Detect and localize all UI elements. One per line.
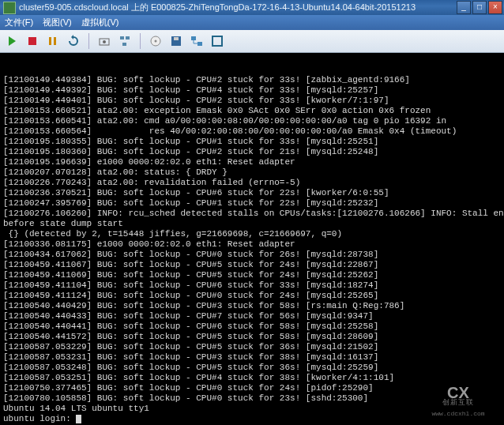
console-line: [12100207.070128] ata2.00: status: { DRD… (3, 167, 501, 178)
titlebar: cluster59-005.cdscloud.local 上的 E000825-… (0, 0, 504, 15)
console-line: [12100587.053229] BUG: soft lockup - CPU… (3, 342, 501, 352)
svg-marker-4 (71, 35, 73, 39)
cursor (76, 415, 81, 423)
console-line: [12100236.370521] BUG: soft lockup - CPU… (3, 188, 501, 198)
console-line: [12100750.377465] BUG: soft lockup - CPU… (3, 383, 501, 393)
console-line: [12100153.660521] ata2.00: exception Ema… (3, 106, 501, 116)
pause-icon (47, 35, 59, 47)
svg-rect-2 (49, 37, 51, 45)
svg-rect-3 (54, 37, 56, 45)
reset-icon (67, 35, 80, 47)
console-line: [12100247.395769] BUG: soft lockup - CPU… (3, 198, 501, 209)
toolbar-separator (140, 33, 141, 49)
menu-view[interactable]: 视图(V) (43, 17, 72, 28)
disc-icon (149, 35, 162, 47)
console-line: [12100195.180360] BUG: soft lockup - CPU… (3, 147, 501, 157)
console-line: [12100540.440429] BUG: soft lockup - CPU… (3, 301, 501, 311)
console-line: {} (detected by 2, t=15448 jiffies, g=21… (3, 229, 501, 239)
toolbar (0, 30, 504, 53)
suspend-button[interactable] (46, 34, 60, 48)
console-line: [12100540.440441] BUG: soft lockup - CPU… (3, 322, 501, 332)
console-line: [12100149.449392] BUG: soft lockup - CPU… (3, 85, 501, 96)
console-line: [12100459.411104] BUG: soft lockup - CPU… (3, 280, 501, 291)
stop-icon (26, 35, 39, 47)
reset-button[interactable] (66, 34, 81, 48)
snapshot-icon (98, 35, 111, 47)
svg-rect-14 (191, 36, 196, 40)
toolbar-separator (88, 33, 89, 49)
vm-console-window: cluster59-005.cdscloud.local 上的 E000825-… (0, 0, 504, 425)
maximize-button[interactable]: □ (472, 1, 487, 14)
cdrom-button[interactable] (149, 34, 163, 48)
window-title: cluster59-005.cdscloud.local 上的 E000825-… (19, 2, 457, 13)
floppy-button[interactable] (169, 34, 183, 48)
power-on-button[interactable] (5, 34, 19, 48)
snapshot-tree-icon (118, 35, 131, 47)
console-line: before state dump start (3, 219, 501, 229)
console-line: [12100780.105858] BUG: soft lockup - CPU… (3, 393, 501, 404)
console-line: [12100540.441572] BUG: soft lockup - CPU… (3, 332, 501, 342)
svg-point-11 (155, 40, 157, 43)
menu-file[interactable]: 文件(F) (5, 17, 33, 28)
console-line: [12100587.053248] BUG: soft lockup - CPU… (3, 363, 501, 373)
console-line: [12100540.440433] BUG: soft lockup - CPU… (3, 311, 501, 322)
menu-bar: 文件(F) 视图(V) 虚拟机(V) (0, 15, 504, 30)
console-line: [12100195.180355] BUG: soft lockup - CPU… (3, 137, 501, 147)
console-line: [12100195.196639] e1000 0000:02:02.0 eth… (3, 157, 501, 167)
svg-rect-15 (197, 42, 202, 46)
menu-vm[interactable]: 虚拟机(V) (81, 17, 119, 28)
power-off-button[interactable] (25, 34, 39, 48)
console-line: [12100276.106260] INFO: rcu_sched detect… (3, 209, 501, 219)
console-line: [12100459.411067] BUG: soft lockup - CPU… (3, 260, 501, 270)
console-line: [12100434.617062] BUG: soft lockup - CPU… (3, 250, 501, 260)
console-line: [12100587.053231] BUG: soft lockup - CPU… (3, 352, 501, 363)
window-buttons: _ □ × (457, 1, 502, 14)
svg-rect-13 (174, 37, 179, 40)
console-line: ubuntu login: (3, 414, 501, 424)
minimize-button[interactable]: _ (457, 1, 471, 14)
fullscreen-icon (211, 35, 224, 47)
app-icon (3, 2, 16, 14)
svg-rect-16 (213, 36, 222, 46)
network-button[interactable] (190, 34, 204, 48)
console-line: [12100149.449401] BUG: soft lockup - CPU… (3, 96, 501, 106)
console-line: [12100459.411124] BUG: soft lockup - CPU… (3, 291, 501, 301)
network-icon (190, 35, 203, 47)
svg-rect-7 (120, 36, 124, 39)
svg-marker-0 (9, 36, 16, 46)
console-line: [12100153.660564] res 40/00:02:00:08:00/… (3, 126, 501, 137)
console-line: [12100336.081175] e1000 0000:02:02.0 eth… (3, 239, 501, 250)
console-line: [12100459.411069] BUG: soft lockup - CPU… (3, 270, 501, 280)
console-line: Ubuntu 14.04 LTS ubuntu tty1 (3, 404, 501, 414)
fullscreen-button[interactable] (210, 34, 224, 48)
svg-rect-8 (126, 36, 130, 39)
snapshot-manager-button[interactable] (118, 34, 132, 48)
svg-rect-9 (122, 43, 126, 46)
svg-point-6 (103, 40, 106, 43)
console-output[interactable]: [12100149.449384] BUG: soft lockup - CPU… (0, 53, 504, 425)
floppy-icon (170, 35, 182, 47)
svg-rect-1 (28, 37, 36, 45)
console-line: [12100153.660541] ata2.00: cmd a0/00:00:… (3, 116, 501, 126)
console-line: [12100149.449384] BUG: soft lockup - CPU… (3, 75, 501, 85)
console-line: [12100587.053251] BUG: soft lockup - CPU… (3, 373, 501, 383)
console-line: [12100226.770243] ata2.00: revalidation … (3, 178, 501, 188)
play-icon (6, 35, 18, 47)
close-button[interactable]: × (488, 1, 502, 14)
snapshot-button[interactable] (97, 34, 111, 48)
